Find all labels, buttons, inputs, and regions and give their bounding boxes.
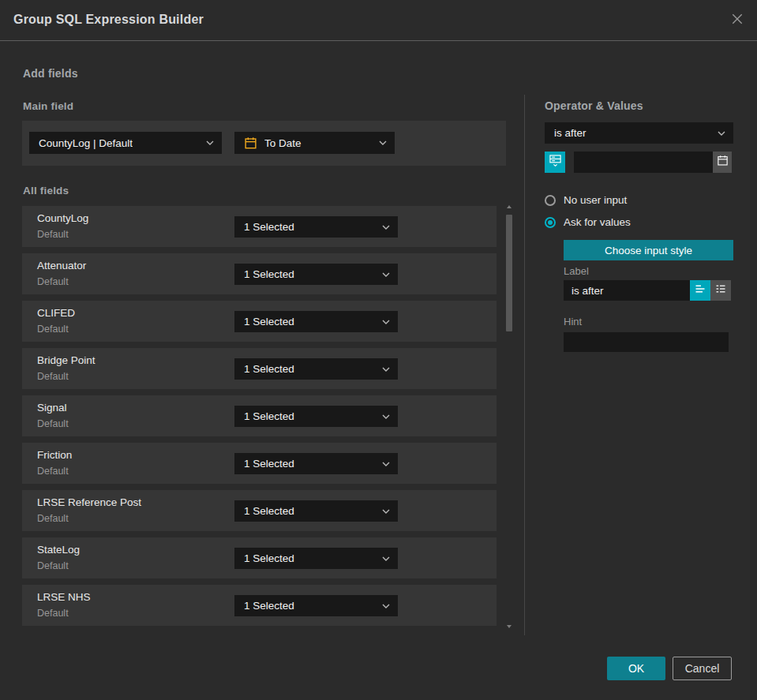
radio-no-user-input[interactable]: No user input: [545, 194, 627, 206]
field-subtitle: Default: [37, 371, 69, 382]
chevron-down-icon: [379, 140, 387, 145]
field-subtitle: Default: [37, 560, 69, 571]
field-row: Friction Default 1 Selected: [22, 443, 497, 484]
chevron-down-icon: [382, 320, 390, 324]
dropdown-value: CountyLog | Default: [39, 137, 133, 149]
main-field-label: Main field: [23, 100, 73, 112]
dropdown-value: 1 Selected: [244, 363, 294, 375]
chevron-down-icon: [382, 462, 390, 466]
text-input-style-icon: [694, 283, 706, 298]
dropdown-value: 1 Selected: [244, 316, 294, 328]
operator-select[interactable]: is after: [545, 122, 733, 144]
field-selection-dropdown[interactable]: 1 Selected: [234, 453, 398, 474]
field-subtitle: Default: [37, 324, 69, 335]
dialog-header: Group SQL Expression Builder: [0, 0, 757, 41]
list-style-icon: [714, 283, 727, 298]
chevron-down-icon: [382, 225, 390, 230]
all-fields-list: CountyLog Default 1 Selected Attenuator …: [22, 206, 497, 626]
operator-values-heading: Operator & Values: [545, 99, 643, 112]
field-selection-dropdown[interactable]: 1 Selected: [234, 500, 398, 522]
main-field-select[interactable]: CountyLog | Default: [29, 132, 222, 154]
fields-scrollbar[interactable]: [506, 204, 512, 630]
field-selection-dropdown[interactable]: 1 Selected: [234, 311, 398, 332]
section-divider: [524, 95, 525, 635]
field-name: StateLog: [37, 544, 80, 556]
field-row: Attenuator Default 1 Selected: [22, 253, 497, 294]
field-row: LRSE Reference Post Default 1 Selected: [22, 490, 497, 531]
close-icon: [731, 13, 744, 28]
chevron-down-icon: [382, 604, 390, 608]
dropdown-value: 1 Selected: [244, 268, 294, 280]
field-selection-dropdown[interactable]: 1 Selected: [234, 358, 398, 380]
calendar-icon: [717, 155, 729, 170]
field-name: CLIFED: [37, 307, 75, 319]
chevron-down-icon: [382, 556, 390, 561]
field-selection-dropdown[interactable]: 1 Selected: [234, 264, 398, 285]
label-input[interactable]: [564, 280, 690, 301]
dropdown-value: is after: [554, 127, 586, 139]
field-row: CLIFED Default 1 Selected: [22, 301, 497, 342]
radio-selected-icon: [545, 217, 556, 228]
date-picker-button[interactable]: [713, 152, 732, 173]
field-name: Friction: [37, 449, 72, 461]
field-name: CountyLog: [37, 212, 88, 224]
main-field-date-select[interactable]: To Date: [234, 132, 395, 154]
field-row: Signal Default 1 Selected: [22, 395, 497, 436]
input-style-list-button[interactable]: [710, 280, 731, 301]
value-type-button[interactable]: [545, 152, 565, 173]
dropdown-value: 1 Selected: [244, 458, 294, 470]
field-name: Bridge Point: [37, 354, 96, 366]
radio-label: Ask for values: [564, 216, 631, 228]
label-field-label: Label: [564, 265, 589, 277]
list-picker-icon: [549, 154, 562, 170]
close-button[interactable]: [728, 11, 747, 30]
field-selection-dropdown[interactable]: 1 Selected: [234, 406, 398, 427]
radio-ask-for-values[interactable]: Ask for values: [545, 216, 631, 228]
hint-input[interactable]: [564, 332, 729, 352]
field-selection-dropdown[interactable]: 1 Selected: [234, 216, 398, 238]
chevron-down-icon: [382, 414, 390, 419]
input-style-text-button[interactable]: [690, 280, 710, 301]
chevron-down-icon: [718, 131, 725, 136]
field-subtitle: Default: [37, 608, 69, 619]
field-subtitle: Default: [37, 513, 69, 524]
field-subtitle: Default: [37, 466, 69, 477]
field-selection-dropdown[interactable]: 1 Selected: [234, 548, 398, 569]
field-row: StateLog Default 1 Selected: [22, 537, 497, 578]
dropdown-value: 1 Selected: [244, 221, 294, 233]
radio-label: No user input: [564, 194, 627, 206]
field-name: Signal: [37, 402, 67, 414]
dropdown-value: 1 Selected: [244, 552, 294, 564]
chevron-down-icon: [382, 272, 390, 277]
cancel-button[interactable]: Cancel: [673, 657, 732, 680]
field-subtitle: Default: [37, 276, 69, 287]
field-row: CountyLog Default 1 Selected: [22, 206, 497, 247]
field-selection-dropdown[interactable]: 1 Selected: [234, 595, 398, 616]
dropdown-value: 1 Selected: [244, 600, 294, 612]
field-row: Bridge Point Default 1 Selected: [22, 348, 497, 389]
all-fields-label: All fields: [23, 185, 69, 197]
dialog-title: Group SQL Expression Builder: [13, 13, 204, 27]
scrollbar-thumb[interactable]: [506, 215, 512, 331]
dropdown-value: To Date: [264, 137, 302, 149]
add-fields-heading: Add fields: [23, 67, 78, 80]
chevron-down-icon: [206, 140, 214, 145]
choose-input-style-button[interactable]: Choose input style: [564, 240, 733, 260]
field-name: LRSE Reference Post: [37, 496, 141, 508]
field-name: Attenuator: [37, 260, 86, 271]
chevron-down-icon: [382, 367, 390, 372]
field-subtitle: Default: [37, 418, 69, 429]
scroll-up-arrow-icon[interactable]: [507, 205, 512, 208]
ok-button[interactable]: OK: [607, 657, 665, 680]
field-name: LRSE NHS: [37, 591, 91, 603]
field-row: LRSE NHS Default 1 Selected: [22, 585, 497, 626]
dropdown-value: 1 Selected: [244, 410, 294, 422]
dropdown-value: 1 Selected: [244, 505, 294, 517]
value-input[interactable]: [574, 152, 713, 173]
field-subtitle: Default: [37, 229, 69, 240]
hint-field-label: Hint: [564, 316, 582, 328]
scroll-down-arrow-icon[interactable]: [507, 625, 512, 628]
main-field-panel: CountyLog | Default To Date: [22, 121, 506, 166]
chevron-down-icon: [382, 509, 390, 514]
calendar-icon: [244, 137, 257, 150]
